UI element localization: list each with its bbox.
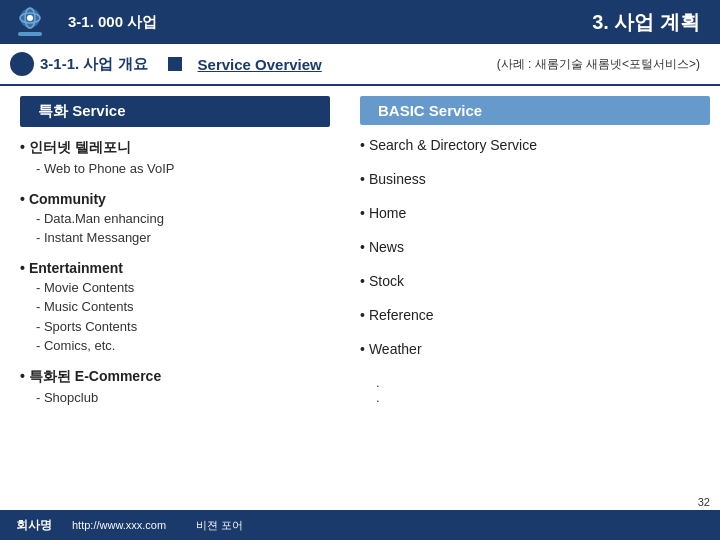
left-item-4: 특화된 E-Commerce Shopclub (20, 368, 320, 408)
blue-square-divider (168, 57, 182, 71)
left-column: 특화 Service 인터넷 텔레포니 Web to Phone as VoIP… (0, 86, 340, 516)
right-item-3: Home (360, 205, 700, 227)
right-column: BASIC Service Search & Directory Service… (340, 86, 720, 516)
left-main-item-3: Entertainment (20, 260, 320, 276)
left-sub-item-3-1: Movie Contents (20, 278, 320, 298)
left-item-2: Community Data.Man enhancing Instant Mes… (20, 191, 320, 248)
left-main-item-4: 특화된 E-Commerce (20, 368, 320, 386)
left-item-3: Entertainment Movie Contents Music Conte… (20, 260, 320, 356)
subheader: 3-1-1. 사업 개요 Service Overview (사례 : 새롬기술… (0, 44, 720, 86)
left-main-item-2: Community (20, 191, 320, 207)
example-text: (사례 : 새롬기술 새롬넷<포털서비스>) (497, 56, 720, 73)
right-main-item-2: Business (360, 171, 700, 187)
right-main-item-7: Weather (360, 341, 700, 357)
left-sub-item-3-4: Comics, etc. (20, 336, 320, 356)
left-sub-item-3-2: Music Contents (20, 297, 320, 317)
right-item-7: Weather (360, 341, 700, 363)
right-item-1: Search & Directory Service (360, 137, 700, 159)
left-sub-item-2-2: Instant Messanger (20, 228, 320, 248)
left-service-header: 특화 Service (20, 96, 330, 127)
right-item-2: Business (360, 171, 700, 193)
right-dot-2: . (350, 390, 710, 405)
footer-url: http://www.xxx.com (72, 519, 166, 531)
right-service-header: BASIC Service (360, 96, 710, 125)
left-sub-item-3-3: Sports Contents (20, 317, 320, 337)
right-main-item-6: Reference (360, 307, 700, 323)
subheader-title: 3-1-1. 사업 개요 (40, 55, 148, 74)
header-subtitle: 3-1. 000 사업 (60, 13, 157, 32)
service-overview-label: Service Overview (198, 56, 322, 73)
right-item-5: Stock (360, 273, 700, 295)
subheader-logo-circle (10, 52, 34, 76)
right-main-item-4: News (360, 239, 700, 255)
footer-extra: 비젼 포어 (196, 518, 243, 533)
footer: 회사명 http://www.xxx.com 비젼 포어 (0, 510, 720, 540)
left-sub-item-4-1: Shopclub (20, 388, 320, 408)
right-dot-1: . (350, 375, 710, 390)
left-sub-item-2-1: Data.Man enhancing (20, 209, 320, 229)
logo (0, 0, 60, 44)
right-item-4: News (360, 239, 700, 261)
left-item-1: 인터넷 텔레포니 Web to Phone as VoIP (20, 139, 320, 179)
left-main-item-1: 인터넷 텔레포니 (20, 139, 320, 157)
footer-company: 회사명 (16, 517, 52, 534)
svg-point-3 (27, 15, 33, 21)
page-number: 32 (698, 496, 710, 508)
right-main-item-3: Home (360, 205, 700, 221)
right-item-6: Reference (360, 307, 700, 329)
svg-rect-4 (18, 32, 42, 36)
header-title: 3. 사업 계획 (592, 9, 700, 36)
left-sub-item-1-1: Web to Phone as VoIP (20, 159, 320, 179)
main-content: 특화 Service 인터넷 텔레포니 Web to Phone as VoIP… (0, 86, 720, 516)
right-main-item-1: Search & Directory Service (360, 137, 700, 153)
header: 3-1. 000 사업 3. 사업 계획 (0, 0, 720, 44)
right-main-item-5: Stock (360, 273, 700, 289)
